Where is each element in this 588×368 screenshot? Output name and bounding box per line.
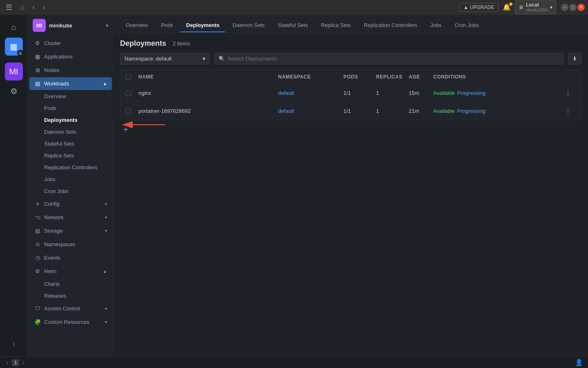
- pods-header: Pods: [343, 74, 376, 80]
- next-page-button[interactable]: ›: [21, 359, 26, 367]
- table-row[interactable]: nginx default 1/1 1 15m Available Progre…: [120, 84, 581, 102]
- cluster-subtitle: ubuntu2204: [526, 8, 548, 13]
- select-all-checkbox[interactable]: [125, 74, 131, 80]
- main-content: Overview Pods Deployments Daemon Sets St…: [114, 15, 588, 357]
- row-1-checkbox[interactable]: [125, 90, 131, 96]
- tab-replica-sets[interactable]: Replica Sets: [315, 19, 356, 32]
- sidebar-item-extra6[interactable]: [5, 180, 23, 198]
- workloads-label: Workloads: [44, 81, 100, 87]
- row-1-more-button[interactable]: ⋮: [563, 88, 573, 98]
- sidebar-item-extra1[interactable]: ⚙: [5, 82, 23, 100]
- sidebar-item-events[interactable]: ◷ Events: [29, 251, 112, 264]
- tab-replication-controllers[interactable]: Replication Controllers: [358, 19, 423, 32]
- window-maximize-button[interactable]: □: [569, 4, 577, 11]
- cluster-selector[interactable]: 🖥 Local ubuntu2204 ▾: [515, 0, 556, 14]
- window-close-button[interactable]: ✕: [577, 4, 585, 11]
- sidebar-item-releases[interactable]: Releases: [29, 290, 112, 301]
- sidebar-item-stateful-sets[interactable]: Stateful Sets: [29, 138, 112, 149]
- sidebar-item-network[interactable]: ⌥ Network ▾: [29, 211, 112, 224]
- notification-button[interactable]: 🔔: [500, 2, 513, 12]
- row-1-name: nginx: [138, 90, 268, 96]
- sidebar-item-nodes[interactable]: ⊞ Nodes: [29, 64, 112, 76]
- sidebar-item-extra2[interactable]: [5, 102, 23, 120]
- row-2-more-button[interactable]: ⋮: [563, 106, 573, 116]
- events-icon: ◷: [34, 255, 41, 261]
- page-title: Deployments: [120, 39, 166, 48]
- sidebar-item-pods[interactable]: Pods: [29, 103, 112, 114]
- sidebar-item-extra3[interactable]: [5, 121, 23, 139]
- search-box: 🔍: [214, 53, 564, 65]
- sidebar-item-daemon-sets[interactable]: Daemon Sets: [29, 126, 112, 137]
- sidebar-item-config[interactable]: ≡ Config ▾: [29, 197, 112, 210]
- cluster-nav-name: minikube: [49, 22, 72, 29]
- tab-pods[interactable]: Pods: [155, 19, 179, 32]
- tab-jobs[interactable]: Jobs: [425, 19, 447, 32]
- upgrade-button[interactable]: ▲ UPGRADE: [459, 3, 499, 12]
- sidebar-item-replica-sets[interactable]: Replica Sets: [29, 150, 112, 161]
- sidebar-item-extra7[interactable]: [5, 200, 23, 218]
- sidebar-item-charts[interactable]: Charts: [29, 278, 112, 289]
- tab-stateful-sets[interactable]: Stateful Sets: [272, 19, 314, 32]
- sidebar-item-applications[interactable]: ▦ Applications: [29, 50, 112, 63]
- select-all-header: [125, 74, 138, 80]
- bottom-bar: ‹ 1 › 👤: [0, 357, 588, 368]
- sidebar-item-access-control[interactable]: 🛡 Access Control ▾: [29, 302, 112, 315]
- table-row[interactable]: portainer-1697628692 default 1/1 1 21m A…: [120, 102, 581, 120]
- sidebar-item-workloads-nav[interactable]: ▤ Workloads ▲: [29, 77, 112, 90]
- notification-dot: [509, 2, 512, 6]
- user-avatar-label: MI: [9, 67, 18, 76]
- grid-icon: ▦: [10, 42, 18, 52]
- cluster-name: Local: [526, 2, 548, 8]
- download-button[interactable]: ⬇: [568, 53, 581, 65]
- row-1-conditions: Available Progressing: [433, 90, 563, 96]
- tab-cron-jobs[interactable]: Cron Jobs: [449, 19, 484, 32]
- network-label: Network: [44, 214, 102, 220]
- tab-daemon-sets[interactable]: Daemon Sets: [227, 19, 270, 32]
- search-input[interactable]: [227, 56, 559, 62]
- sidebar-item-deployments[interactable]: Deployments: [29, 114, 112, 126]
- gear-overlay-icon: ⚙: [17, 50, 24, 56]
- applications-label: Applications: [44, 54, 107, 60]
- forward-button[interactable]: ›: [40, 3, 47, 12]
- shield-icon: 🛡: [34, 305, 41, 312]
- row-2-more: ⋮: [563, 106, 576, 116]
- namespace-selector[interactable]: Namespace: default ▾: [120, 53, 210, 65]
- access-control-label: Access Control: [44, 305, 102, 312]
- home-button[interactable]: ⌂: [18, 3, 27, 12]
- workloads-chevron-icon: ▲: [103, 81, 107, 86]
- sidebar-item-user[interactable]: MI: [5, 63, 23, 81]
- row-2-checkbox[interactable]: [125, 108, 131, 114]
- row-1-replicas: 1: [376, 90, 409, 96]
- row-1-namespace-link[interactable]: default: [278, 90, 294, 96]
- config-label: Config: [44, 201, 102, 207]
- sidebar-item-extra5[interactable]: [5, 161, 23, 179]
- home-icon: ⌂: [11, 22, 16, 32]
- sidebar-item-cluster[interactable]: ⚙ Cluster: [29, 37, 112, 49]
- cluster-header: MI minikube ▾: [28, 15, 114, 36]
- sidebar-item-storage[interactable]: ▤ Storage ▾: [29, 224, 112, 237]
- namespace-value: Namespace: default: [125, 56, 172, 62]
- sidebar-item-cron-jobs[interactable]: Cron Jobs: [29, 186, 112, 197]
- sidebar-item-custom-resources[interactable]: 🧩 Custom Resources ▾: [29, 316, 112, 328]
- puzzle-icon: 🧩: [34, 319, 41, 325]
- sidebar-item-namespaces[interactable]: ⊙ Namespaces: [29, 238, 112, 251]
- sidebar-item-replication-controllers[interactable]: Replication Controllers: [29, 162, 112, 173]
- sidebar-item-home[interactable]: ⌂: [5, 18, 23, 36]
- add-deployment-button[interactable]: +: [120, 123, 131, 136]
- sidebar-item-extra4[interactable]: [5, 141, 23, 159]
- menu-button[interactable]: ☰: [3, 2, 15, 13]
- tab-overview[interactable]: Overview: [120, 19, 154, 32]
- row-2-namespace-link[interactable]: default: [278, 108, 294, 114]
- user-profile-button[interactable]: 👤: [575, 359, 583, 366]
- tab-deployments[interactable]: Deployments: [180, 19, 225, 32]
- window-minimize-button[interactable]: ─: [561, 4, 568, 11]
- sidebar-item-helm[interactable]: ⚙ Helm ▲: [29, 265, 112, 278]
- sidebar-item-overview[interactable]: Overview: [29, 91, 112, 102]
- filter-bar: Namespace: default ▾ 🔍 ⬇: [120, 53, 581, 65]
- back-button[interactable]: ‹: [30, 3, 37, 12]
- sidebar-item-page[interactable]: 1: [5, 335, 23, 353]
- sidebar-item-jobs[interactable]: Jobs: [29, 174, 112, 185]
- prev-page-button[interactable]: ‹: [5, 359, 10, 367]
- storage-chevron-icon: ▾: [105, 229, 107, 233]
- top-tabs: Overview Pods Deployments Daemon Sets St…: [114, 15, 588, 33]
